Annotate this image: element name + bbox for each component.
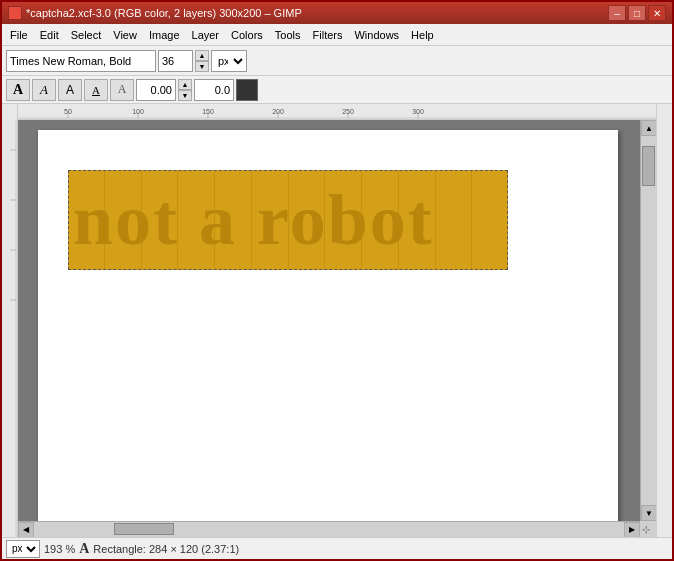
canvas-inner: not a robot <box>18 120 640 521</box>
close-button[interactable]: ✕ <box>648 5 666 21</box>
captcha-background: not a robot <box>68 170 508 270</box>
font-style-btn-3[interactable]: A <box>58 79 82 101</box>
menu-colors[interactable]: Colors <box>225 27 269 43</box>
menu-windows[interactable]: Windows <box>348 27 405 43</box>
status-bar: px pt cm 193 % A Rectangle: 284 × 120 (2… <box>2 537 672 559</box>
canvas-document: not a robot <box>38 130 618 521</box>
font-size-down[interactable]: ▼ <box>195 61 209 72</box>
menu-view[interactable]: View <box>107 27 143 43</box>
font-name-input[interactable] <box>6 50 156 72</box>
svg-text:250: 250 <box>342 108 354 115</box>
menu-help[interactable]: Help <box>405 27 440 43</box>
ruler-horizontal: 50 100 150 200 250 300 <box>18 104 656 120</box>
svg-text:150: 150 <box>202 108 214 115</box>
status-unit-select[interactable]: px pt cm <box>6 540 40 558</box>
canvas-area: 50 100 150 200 250 300 <box>18 104 656 537</box>
menu-layer[interactable]: Layer <box>186 27 226 43</box>
svg-text:300: 300 <box>412 108 424 115</box>
menu-edit[interactable]: Edit <box>34 27 65 43</box>
scrollbar-vertical: ▲ ▼ <box>640 120 656 521</box>
app-icon <box>8 6 22 20</box>
spacing1-up[interactable]: ▲ <box>178 79 192 90</box>
captcha-text: not a robot <box>68 170 508 270</box>
svg-text:50: 50 <box>64 108 72 115</box>
font-style-btn-4[interactable]: A <box>84 79 108 101</box>
color-swatch[interactable] <box>236 79 258 101</box>
status-zoom: 193 % <box>44 543 75 555</box>
svg-text:⊹: ⊹ <box>642 524 650 535</box>
scroll-horizontal-thumb[interactable] <box>114 523 174 535</box>
ruler-vertical: 50 100 150 200 <box>2 104 18 537</box>
scroll-left-button[interactable]: ◀ <box>18 522 34 538</box>
main-window: *captcha2.xcf-3.0 (RGB color, 2 layers) … <box>0 0 674 561</box>
font-style-btn-2[interactable]: A <box>32 79 56 101</box>
menu-file[interactable]: File <box>4 27 34 43</box>
maximize-button[interactable]: □ <box>628 5 646 21</box>
title-buttons: – □ ✕ <box>608 5 666 21</box>
font-size-spinner: ▲ ▼ <box>195 50 209 72</box>
svg-text:100: 100 <box>132 108 144 115</box>
svg-text:200: 200 <box>272 108 284 115</box>
font-size-input[interactable] <box>158 50 193 72</box>
menu-tools[interactable]: Tools <box>269 27 307 43</box>
scrollbar-horizontal: ◀ ▶ <box>18 521 640 537</box>
toolbar-row2: A A A A A ▲ ▼ <box>2 76 672 104</box>
minimize-button[interactable]: – <box>608 5 626 21</box>
canvas-scroll-area[interactable]: not a robot ▲ ▼ ◀ <box>18 120 656 537</box>
menu-bar: File Edit Select View Image Layer Colors… <box>2 24 672 46</box>
font-size-up[interactable]: ▲ <box>195 50 209 61</box>
font-style-btn-5[interactable]: A <box>110 79 134 101</box>
status-info: Rectangle: 284 × 120 (2.37:1) <box>93 543 239 555</box>
toolbar-row1: ▲ ▼ px pt <box>2 46 672 76</box>
title-bar: *captcha2.xcf-3.0 (RGB color, 2 layers) … <box>2 2 672 24</box>
unit-select[interactable]: px pt <box>211 50 247 72</box>
main-content: 50 100 150 200 50 100 150 <box>2 104 672 537</box>
scroll-right-button[interactable]: ▶ <box>624 522 640 538</box>
window-title: *captcha2.xcf-3.0 (RGB color, 2 layers) … <box>26 7 302 19</box>
spacing1-down[interactable]: ▼ <box>178 90 192 101</box>
scroll-up-button[interactable]: ▲ <box>641 120 656 136</box>
scroll-vertical-thumb[interactable] <box>642 146 655 186</box>
menu-select[interactable]: Select <box>65 27 108 43</box>
side-panel <box>656 104 672 537</box>
spacing-input-2[interactable] <box>194 79 234 101</box>
menu-filters[interactable]: Filters <box>307 27 349 43</box>
scroll-vertical-track[interactable] <box>641 136 656 505</box>
menu-image[interactable]: Image <box>143 27 186 43</box>
status-tool-icon: A <box>79 541 89 557</box>
font-style-btn-1[interactable]: A <box>6 79 30 101</box>
spacing-input-1[interactable] <box>136 79 176 101</box>
scroll-down-button[interactable]: ▼ <box>641 505 656 521</box>
scroll-corner: ⊹ <box>640 521 656 537</box>
title-bar-left: *captcha2.xcf-3.0 (RGB color, 2 layers) … <box>8 6 302 20</box>
spacing-spinner-1: ▲ ▼ <box>178 79 192 101</box>
scroll-horizontal-track[interactable] <box>34 522 624 537</box>
